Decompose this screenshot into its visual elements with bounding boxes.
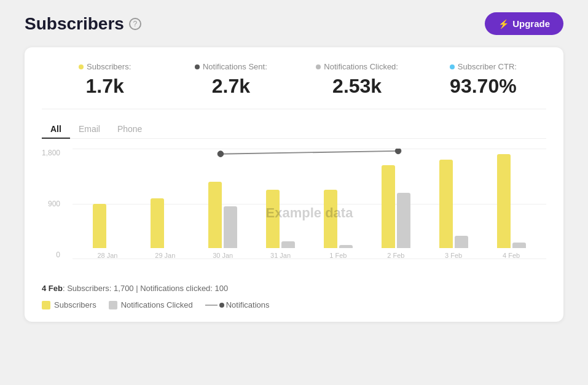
bar-gray-2 [224,206,237,248]
legend-notifications-dot [219,303,224,308]
chart-inner: 28 Jan 29 Jan 30 Jan 31 Jan 1 Feb 2 Feb [73,149,546,278]
notifications-sent-dot [195,64,200,69]
bar-pair-5 [382,165,410,248]
bolt-icon: ⚡ [498,19,509,29]
bar-gray-5 [397,193,410,248]
chart-area: 1,800 900 0 28 Jan 29 Jan [73,149,546,278]
stat-notifications-sent-value: 2.7k [168,75,294,98]
x-label-1: 29 Jan [155,252,175,259]
legend-notifications-line [205,305,218,306]
bottom-date: 4 Feb [42,284,63,293]
bottom-text: Subscribers: 1,700 | Notifications click… [67,284,228,293]
bar-pair-4 [324,190,353,248]
x-label-0: 28 Jan [97,252,117,259]
legend-notifications-clicked: Notifications Clicked [109,300,193,309]
stat-subscriber-ctr-value: 93.70% [420,75,546,98]
stat-subscribers-label: Subscribers: [42,62,168,71]
bar-yellow-0 [93,204,106,248]
legend-subscribers-label: Subscribers [54,300,96,309]
bar-group-4: 1 Feb [324,190,353,259]
legend-subscribers-icon [42,301,50,309]
bar-group-1: 29 Jan [151,198,179,259]
bar-group-0: 28 Jan [93,204,122,259]
subscriber-ctr-dot [450,64,455,69]
bar-yellow-4 [324,190,337,248]
bar-yellow-1 [151,198,164,248]
y-label-1800: 1,800 [42,149,60,157]
x-label-4: 1 Feb [329,252,347,259]
chart-legend: Subscribers Notifications Clicked Notifi… [42,300,546,309]
help-icon[interactable]: ? [129,18,141,30]
bar-pair-6 [439,160,468,248]
bottom-info: 4 Feb: Subscribers: 1,700 | Notification… [42,284,546,293]
bar-group-5: 2 Feb [382,165,410,259]
legend-subscribers: Subscribers [42,300,96,309]
bar-yellow-7 [497,154,511,248]
y-label-0: 0 [56,251,60,259]
upgrade-button[interactable]: ⚡ Upgrade [485,12,563,35]
stat-subscribers-value: 1.7k [42,75,168,98]
stat-notifications-sent-label: Notifications Sent: [168,62,294,71]
bar-gray-4 [339,245,353,248]
bars-row: 28 Jan 29 Jan 30 Jan 31 Jan 1 Feb 2 Feb [73,149,546,259]
upgrade-label: Upgrade [512,18,550,29]
legend-notifications-clicked-label: Notifications Clicked [121,300,193,309]
bar-group-6: 3 Feb [439,160,468,259]
chart-tabs: All Email Phone [42,120,546,139]
legend-notifications-clicked-icon [109,301,117,309]
bar-pair-2 [208,182,237,248]
stat-notifications-clicked: Notifications Clicked: 2.53k [294,62,420,98]
x-label-7: 4 Feb [503,252,520,259]
bar-yellow-5 [382,165,395,248]
tab-phone[interactable]: Phone [109,120,151,139]
page-title-wrap: Subscribers ? [25,14,141,34]
bar-group-7: 4 Feb [497,154,526,259]
stat-subscriber-ctr: Subscriber CTR: 93.70% [420,62,546,98]
legend-notifications-label: Notifications [226,300,270,309]
notifications-clicked-dot [316,64,321,69]
bar-group-2: 30 Jan [208,182,237,259]
chart-y-labels: 1,800 900 0 [42,149,65,259]
page-header: Subscribers ? ⚡ Upgrade [25,12,563,35]
stats-row: Subscribers: 1.7k Notifications Sent: 2.… [42,62,546,109]
x-label-2: 30 Jan [213,252,233,259]
tab-all[interactable]: All [42,120,70,139]
stat-subscribers: Subscribers: 1.7k [42,62,168,98]
bar-pair-7 [497,154,526,248]
page-title: Subscribers [25,14,124,34]
x-label-6: 3 Feb [445,252,462,259]
bar-yellow-3 [266,190,280,248]
y-label-900: 900 [48,200,60,208]
main-card: Subscribers: 1.7k Notifications Sent: 2.… [25,47,563,322]
bar-group-3: 31 Jan [266,190,295,259]
bar-gray-7 [512,243,526,248]
bar-pair-0 [93,204,122,248]
bar-yellow-6 [439,160,453,248]
stat-notifications-sent: Notifications Sent: 2.7k [168,62,294,98]
x-label-3: 31 Jan [270,252,291,259]
bar-pair-1 [151,198,179,248]
bar-gray-3 [281,241,295,248]
bar-gray-6 [455,236,468,248]
bar-pair-3 [266,190,295,248]
stat-subscriber-ctr-label: Subscriber CTR: [420,62,546,71]
x-label-5: 2 Feb [387,252,404,259]
bar-yellow-2 [208,182,222,248]
stat-notifications-clicked-value: 2.53k [294,75,420,98]
legend-notifications: Notifications [205,300,270,309]
tab-email[interactable]: Email [70,120,109,139]
stat-notifications-clicked-label: Notifications Clicked: [294,62,420,71]
subscribers-dot [79,64,84,69]
